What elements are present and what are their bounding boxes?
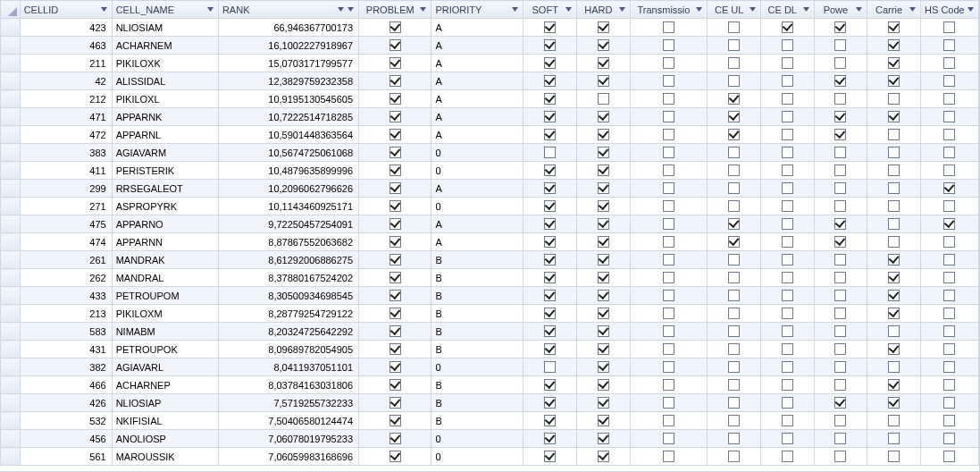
checkbox[interactable] (728, 57, 740, 69)
cell-ceul[interactable] (708, 90, 761, 108)
checkbox[interactable] (389, 272, 401, 283)
cell-cellname[interactable]: APPARNO (112, 215, 218, 233)
checkbox[interactable] (728, 272, 740, 283)
checkbox[interactable] (544, 254, 556, 266)
checkbox[interactable] (943, 308, 955, 319)
checkbox[interactable] (389, 75, 401, 87)
cell-trans[interactable] (630, 376, 708, 394)
cell-cedl[interactable] (760, 448, 814, 466)
cell-rank[interactable]: 8,20324725642292 (218, 323, 358, 341)
checkbox[interactable] (544, 200, 556, 212)
cell-priority[interactable]: A (431, 233, 524, 251)
cell-hard[interactable] (577, 305, 631, 323)
checkbox[interactable] (943, 397, 955, 409)
cell-hscode[interactable] (920, 251, 978, 269)
cell-problem[interactable] (359, 198, 431, 215)
checkbox[interactable] (943, 182, 955, 194)
checkbox[interactable] (663, 111, 674, 122)
cell-ceul[interactable] (708, 198, 761, 215)
cell-trans[interactable] (630, 108, 708, 126)
cell-cellname[interactable]: AGIAVARL (112, 358, 218, 376)
filter-dropdown-icon[interactable] (749, 5, 757, 13)
checkbox[interactable] (782, 308, 793, 319)
cell-cellid[interactable]: 261 (20, 251, 112, 269)
table-row[interactable]: 383AGIAVARM10,56747250610680 (1, 144, 979, 162)
cell-cedl[interactable] (760, 198, 814, 215)
row-selector[interactable] (1, 251, 21, 269)
cell-soft[interactable] (524, 162, 577, 180)
cell-cedl[interactable] (760, 358, 814, 376)
cell-hard[interactable] (577, 269, 631, 287)
cell-problem[interactable] (359, 37, 431, 55)
checkbox[interactable] (888, 361, 900, 373)
checkbox[interactable] (888, 254, 900, 266)
checkbox[interactable] (598, 254, 609, 266)
cell-priority[interactable]: 0 (431, 430, 524, 448)
checkbox[interactable] (544, 397, 556, 409)
cell-soft[interactable] (524, 108, 577, 126)
cell-carrier[interactable] (867, 215, 921, 233)
cell-priority[interactable]: B (431, 323, 524, 341)
cell-cedl[interactable] (760, 108, 814, 126)
cell-hard[interactable] (577, 55, 631, 72)
cell-trans[interactable] (630, 37, 708, 55)
cell-hard[interactable] (577, 90, 631, 108)
checkbox[interactable] (663, 57, 674, 69)
row-selector[interactable] (1, 323, 21, 341)
checkbox[interactable] (834, 21, 846, 33)
filter-dropdown-icon[interactable] (419, 5, 427, 13)
cell-problem[interactable] (359, 144, 431, 162)
checkbox[interactable] (888, 164, 900, 176)
cell-soft[interactable] (524, 144, 577, 162)
cell-hscode[interactable] (920, 19, 978, 37)
cell-cedl[interactable] (760, 180, 814, 198)
cell-hard[interactable] (577, 37, 631, 55)
cell-hard[interactable] (577, 108, 631, 126)
cell-priority[interactable]: B (431, 251, 524, 269)
cell-cedl[interactable] (760, 412, 814, 430)
checkbox[interactable] (728, 111, 740, 122)
cell-soft[interactable] (524, 90, 577, 108)
checkbox[interactable] (544, 21, 556, 33)
cell-cedl[interactable] (760, 233, 814, 251)
row-selector[interactable] (1, 126, 21, 144)
checkbox[interactable] (888, 129, 900, 140)
cell-carrier[interactable] (867, 90, 921, 108)
checkbox[interactable] (888, 415, 900, 426)
cell-rank[interactable]: 12,3829759232358 (218, 72, 358, 90)
checkbox[interactable] (544, 361, 556, 373)
cell-cellid[interactable]: 211 (20, 55, 112, 72)
cell-cellid[interactable]: 411 (20, 162, 112, 180)
cell-power[interactable] (814, 72, 867, 90)
cell-cellid[interactable]: 271 (20, 198, 112, 215)
filter-dropdown-icon[interactable] (802, 5, 810, 13)
cell-cellid[interactable]: 472 (20, 126, 112, 144)
checkbox[interactable] (663, 182, 674, 194)
cell-carrier[interactable] (867, 376, 921, 394)
checkbox[interactable] (598, 21, 609, 33)
cell-soft[interactable] (524, 233, 577, 251)
cell-problem[interactable] (359, 90, 431, 108)
checkbox[interactable] (389, 451, 401, 462)
checkbox[interactable] (389, 308, 401, 319)
cell-ceul[interactable] (708, 341, 761, 358)
cell-cedl[interactable] (760, 269, 814, 287)
cell-priority[interactable]: 0 (431, 448, 524, 466)
checkbox[interactable] (888, 290, 900, 301)
checkbox[interactable] (782, 451, 793, 462)
checkbox[interactable] (782, 39, 793, 51)
checkbox[interactable] (943, 361, 955, 373)
cell-carrier[interactable] (867, 269, 921, 287)
checkbox[interactable] (782, 164, 793, 176)
row-selector[interactable] (1, 287, 21, 305)
cell-priority[interactable]: 0 (431, 144, 524, 162)
cell-hscode[interactable] (920, 269, 978, 287)
table-row[interactable]: 474APPARNN8,87867552063682A (1, 233, 979, 251)
checkbox[interactable] (544, 75, 556, 87)
cell-trans[interactable] (630, 251, 708, 269)
cell-trans[interactable] (630, 162, 708, 180)
cell-carrier[interactable] (867, 305, 921, 323)
row-selector[interactable] (1, 412, 21, 430)
cell-cellid[interactable]: 474 (20, 233, 112, 251)
checkbox[interactable] (728, 379, 740, 391)
